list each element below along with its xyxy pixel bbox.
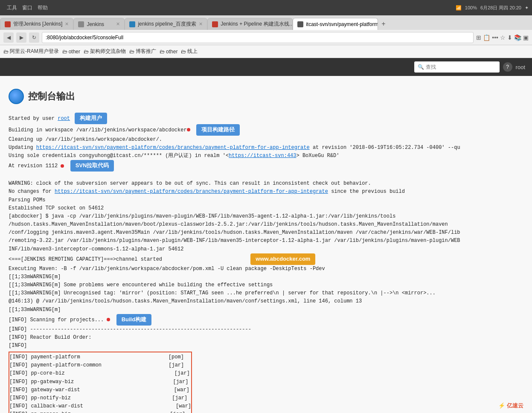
tab-itcast-svn[interactable]: itcast-svn/svn/payment-platform/c… ✕	[293, 18, 378, 30]
help-button[interactable]: ?	[503, 62, 512, 72]
more-icon[interactable]: •••	[492, 34, 498, 41]
console-text-started: Started by user	[9, 116, 58, 122]
bookmark-other1[interactable]: 🗁 other	[62, 49, 80, 55]
tab-favicon-2	[78, 21, 84, 27]
dot-build	[107, 318, 110, 321]
dot-path	[187, 128, 190, 131]
console-output: Started by user root 构建用户 Building in wo…	[9, 113, 523, 413]
bookmark-label-other1: other	[69, 49, 80, 55]
tab-baidu-search[interactable]: jenkins pipeline_百度搜索 ✕	[125, 18, 207, 30]
console-line-cleaning: Cleaning up /var/lib/jenkins/workspace/a…	[9, 136, 523, 144]
annotation-website: www.abcdocker.com	[250, 253, 315, 265]
console-text-tcp: Established TCP socket on 54612	[9, 205, 104, 211]
search-icon: 🔍	[418, 64, 424, 70]
globe-icon	[9, 89, 24, 104]
console-text-reactor: [INFO] Reactor Build Order:	[9, 334, 91, 340]
console-line-parsing: Parsing POMs	[9, 196, 523, 204]
console-line-reactor: [INFO] Reactor Build Order:	[9, 334, 523, 342]
console-text-realm-suffix: > BoXueGu R&D'	[297, 153, 340, 159]
no-changes-link[interactable]: https://itcast-svn/svn/payment-platform/…	[55, 189, 328, 195]
console-line-warnm3: [[1;33mWARNING[m] Unrecognised tag: 'mir…	[9, 289, 523, 297]
download-icon[interactable]: ⬇	[507, 34, 512, 41]
system-menubar: 工具 窗口 帮助 📶 100% 6月28日 周四 20:20 ✦	[0, 0, 532, 15]
star-icon[interactable]: ☆	[500, 34, 506, 41]
tab-close-3[interactable]: ✕	[199, 21, 203, 27]
tab-label-5: itcast-svn/svn/payment-platform/c…	[306, 21, 378, 27]
bookmark-icon-1: 🗁	[3, 49, 9, 55]
console-text-conf: /conf/logging jenkins.maven3.agent.Maven…	[9, 230, 460, 236]
build-row-0: [INFO] payment-platform [pom]	[9, 353, 191, 361]
tab-manage-jenkins[interactable]: 管理Jenkins [Jenkins] ✕	[0, 18, 73, 30]
console-text-updating: Updating	[9, 145, 36, 151]
tab-jenkins[interactable]: Jenkins ✕	[73, 18, 125, 30]
build-row-7: [INFO] pp-manage-biz [jar]	[9, 410, 191, 413]
system-tray: 📶 100% 6月28日 周四 20:20 ✦	[456, 5, 529, 11]
bookmark-icon-5: 🗁	[160, 49, 165, 55]
build-module-3: [INFO] pp-gateway-biz	[9, 379, 74, 385]
console-line-warnm2: [[1;33mWARNING[m] Some problems were enc…	[9, 281, 523, 289]
bookmark-online[interactable]: 🗁 线上	[181, 48, 198, 55]
refresh-button[interactable]: ↻	[29, 32, 39, 43]
tab-label-2: Jenkins	[87, 21, 104, 27]
menu-window[interactable]: 窗口	[22, 4, 32, 12]
tab-jenkins-pipeline[interactable]: Jenkins + Pipeline 构建流水线… ✕	[207, 18, 293, 30]
bookmark-aliyun[interactable]: 🗁 阿里云-RAM用户登录	[3, 48, 59, 55]
build-row-5: [INFO] pp-notify-biz [jar]	[9, 394, 191, 402]
console-text-warnm3: [[1;33mWARNING[m] Unrecognised tag: 'mir…	[9, 290, 436, 296]
build-row-6: [INFO] callback-war-dist [war]	[9, 402, 191, 410]
console-text-revision: at revision '2018-06-19T16:05:22.734 -04…	[310, 145, 460, 151]
page-title-row: 控制台输出	[9, 89, 523, 104]
build-type-7: [jar]	[170, 411, 185, 413]
tab-favicon-1	[5, 21, 11, 27]
build-type-6: [war]	[176, 403, 191, 409]
console-line-maven: Executing Maven: -B -f /var/lib/jenkins/…	[9, 265, 523, 273]
bookmark-other2[interactable]: 🗁 other	[160, 49, 177, 55]
build-type-5: [jar]	[172, 395, 187, 401]
bookmark-icon-2: 🗁	[62, 49, 67, 55]
search-input[interactable]	[426, 64, 494, 70]
sidebar-toggle[interactable]: ▣	[523, 34, 529, 41]
svn-realm-link[interactable]: https://itcast-svn:443	[229, 153, 296, 159]
build-type-0: [pom]	[169, 354, 184, 360]
console-line-warning2: No changes for https://itcast-svn/svn/pa…	[9, 188, 523, 196]
tab-favicon-5	[297, 21, 303, 27]
address-bar-icons: ⊞ 📋 ••• ☆ ⬇ 📚 ▣	[476, 34, 529, 41]
tab-favicon-4	[212, 21, 218, 27]
new-tab-button[interactable]: +	[378, 18, 389, 30]
console-line-updating: Updating https://itcast-svn/svn/payment-…	[9, 144, 523, 152]
menu-tools[interactable]: 工具	[7, 4, 17, 12]
console-text-credentials: Using sole credentials congyuhong@itcast…	[9, 153, 229, 159]
console-line-remoting: /remoting-3.22.jar /var/lib/jenkins/plug…	[9, 237, 523, 245]
forward-button[interactable]: ▶	[16, 32, 26, 43]
bookmark-architect[interactable]: 🗁 架构师交流杂物	[84, 48, 126, 55]
back-button[interactable]: ◀	[3, 32, 14, 43]
bookmark-label-aliyun: 阿里云-RAM用户登录	[10, 48, 59, 55]
console-line-inf: INF/lib/maven3-interceptor-commons-1.12-…	[9, 245, 523, 253]
user-link[interactable]: root	[58, 116, 70, 122]
battery-status: 100%	[465, 5, 477, 10]
logo-text: 亿速云	[507, 402, 523, 409]
annotation-svn: SVN拉取代码	[70, 160, 114, 172]
build-row-4: [INFO] gateway-war-dist [war]	[9, 386, 191, 394]
console-line-blank-info: [INFO]	[9, 342, 523, 350]
tab-close-2[interactable]: ✕	[116, 21, 120, 27]
qr-icon[interactable]: ⊞	[476, 34, 481, 41]
menu-help[interactable]: 帮助	[38, 4, 48, 12]
collections-icon[interactable]: 📚	[514, 34, 521, 41]
console-text-warnm1: [[1;33mWARNING[m]	[9, 274, 61, 280]
tab-close-1[interactable]: ✕	[65, 21, 69, 27]
address-text: :8080/job/abcdocker/5/consoleFull	[46, 35, 123, 41]
network-status: 📶	[456, 5, 462, 11]
bookmark-blog[interactable]: 🗁 博客推广	[129, 48, 156, 55]
bookmark-label-online: 线上	[187, 48, 198, 55]
tab-favicon-3	[129, 21, 135, 27]
address-bar[interactable]: :8080/job/abcdocker/5/consoleFull	[42, 32, 474, 43]
search-box[interactable]: 🔍	[414, 61, 500, 73]
build-module-5: [INFO] pp-notify-biz	[9, 395, 71, 401]
menu-bar: 工具 窗口 帮助	[3, 4, 51, 12]
svn-url-link[interactable]: https://itcast-svn/svn/payment-platform/…	[36, 145, 310, 151]
jenkins-header: 🔍 ? root	[0, 58, 532, 76]
build-type-3: [jar]	[173, 379, 188, 385]
console-text-java: [abcdocker] $ java -cp /var/lib/jenkins/…	[9, 213, 395, 219]
reader-icon[interactable]: 📋	[483, 34, 490, 41]
